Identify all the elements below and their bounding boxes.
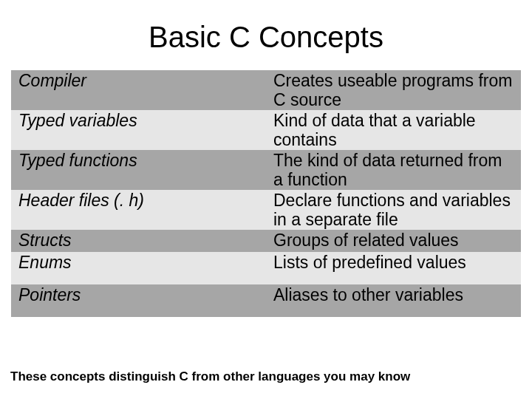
page-title: Basic C Concepts — [0, 21, 532, 54]
slide: Basic C Concepts CompilerCreates useable… — [0, 21, 532, 399]
footnote: These concepts distinguish C from other … — [10, 369, 410, 384]
table-row-term: Compiler — [11, 70, 266, 110]
table-row-term: Typed functions — [11, 150, 266, 190]
table-row-desc: Declare functions and variables in a sep… — [266, 190, 521, 230]
table-row-term: Structs — [11, 230, 266, 252]
table-row-desc: The kind of data returned from a functio… — [266, 150, 521, 190]
table-row-desc: Lists of predefined values — [266, 252, 521, 284]
concepts-table: CompilerCreates useable programs from C … — [11, 70, 521, 317]
table-row-term: Typed variables — [11, 110, 266, 150]
table-row-term: Header files (. h) — [11, 190, 266, 230]
table-row-term: Enums — [11, 252, 266, 284]
table-row-desc: Kind of data that a variable contains — [266, 110, 521, 150]
table-row-term: Pointers — [11, 284, 266, 317]
table-row-desc: Groups of related values — [266, 230, 521, 252]
table-row-desc: Creates useable programs from C source — [266, 70, 521, 110]
table-row-desc: Aliases to other variables — [266, 284, 521, 317]
